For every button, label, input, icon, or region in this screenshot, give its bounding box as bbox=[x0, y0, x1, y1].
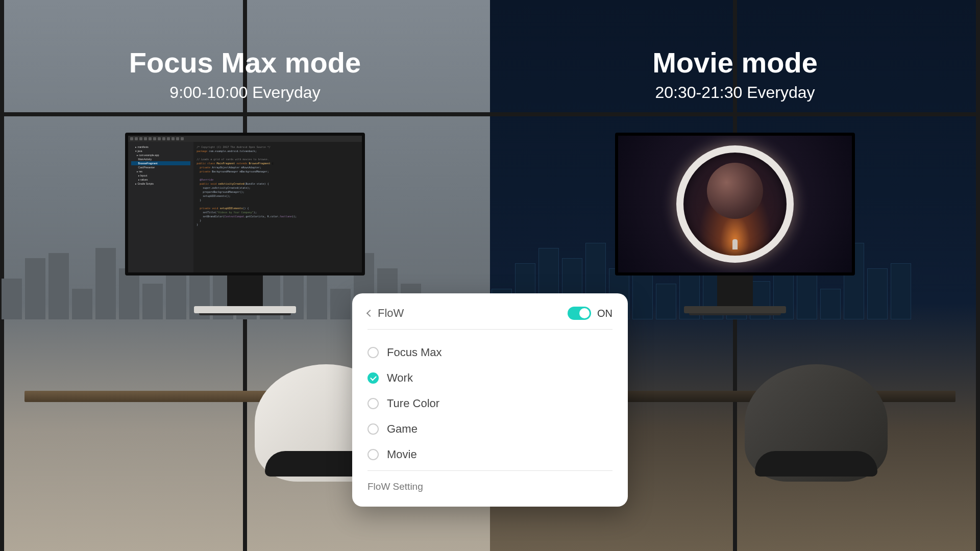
monitor-stand bbox=[717, 276, 753, 306]
panel-header: FloW ON bbox=[368, 307, 612, 330]
option-label: Work bbox=[387, 371, 413, 385]
option-focus-max[interactable]: Focus Max bbox=[368, 340, 612, 365]
flow-settings-panel: FloW ON Focus Max Work Ture Color Game M bbox=[352, 293, 628, 507]
toggle-knob bbox=[579, 308, 590, 318]
panel-title: FloW bbox=[378, 307, 404, 320]
option-label: Movie bbox=[387, 448, 417, 461]
option-work[interactable]: Work bbox=[368, 365, 612, 391]
monitor-screen-ide: ▸ manifests ▾ java ▸ com.example.app Mai… bbox=[125, 133, 365, 276]
movie-mode-title: Movie mode bbox=[490, 46, 980, 79]
window-frame bbox=[490, 112, 980, 116]
ide-code-editor: /* Copyright (C) 2017 The Android Open S… bbox=[193, 136, 362, 272]
keyboard-day bbox=[194, 306, 296, 313]
option-label: Focus Max bbox=[387, 346, 442, 359]
astronaut bbox=[732, 239, 738, 249]
movie-mode-header: Movie mode 20:30-21:30 Everyday bbox=[490, 46, 980, 102]
ide-toolbar bbox=[128, 136, 362, 142]
portal-ring bbox=[676, 145, 794, 263]
monitor-stand bbox=[227, 276, 263, 306]
window-frame bbox=[0, 112, 490, 116]
radio-icon bbox=[368, 398, 379, 409]
radio-icon bbox=[368, 449, 379, 460]
option-game[interactable]: Game bbox=[368, 416, 612, 442]
monitor-night bbox=[615, 133, 855, 315]
monitor-screen-movie bbox=[615, 133, 855, 276]
flow-toggle[interactable] bbox=[568, 307, 591, 320]
toggle-state-label: ON bbox=[597, 308, 612, 319]
planet bbox=[707, 163, 763, 219]
ide-file-tree: ▸ manifests ▾ java ▸ com.example.app Mai… bbox=[128, 136, 193, 272]
option-label: Game bbox=[387, 422, 418, 436]
radio-icon bbox=[368, 423, 379, 435]
focus-max-title: Focus Max mode bbox=[0, 46, 490, 79]
radio-checked-icon bbox=[368, 372, 379, 384]
chair-night bbox=[745, 364, 908, 507]
option-label: Ture Color bbox=[387, 397, 439, 410]
radio-icon bbox=[368, 347, 379, 358]
focus-max-schedule: 9:00-10:00 Everyday bbox=[0, 83, 490, 102]
focus-max-header: Focus Max mode 9:00-10:00 Everyday bbox=[0, 46, 490, 102]
movie-still bbox=[618, 136, 852, 272]
mode-option-list: Focus Max Work Ture Color Game Movie bbox=[368, 337, 612, 471]
movie-mode-schedule: 20:30-21:30 Everyday bbox=[490, 83, 980, 102]
option-movie[interactable]: Movie bbox=[368, 442, 612, 467]
option-ture-color[interactable]: Ture Color bbox=[368, 391, 612, 416]
ide-view: ▸ manifests ▾ java ▸ com.example.app Mai… bbox=[128, 136, 362, 272]
keyboard-night bbox=[684, 306, 786, 313]
back-icon[interactable] bbox=[366, 310, 374, 317]
monitor-day: ▸ manifests ▾ java ▸ com.example.app Mai… bbox=[125, 133, 365, 315]
flow-setting-link[interactable]: FloW Setting bbox=[368, 479, 612, 496]
